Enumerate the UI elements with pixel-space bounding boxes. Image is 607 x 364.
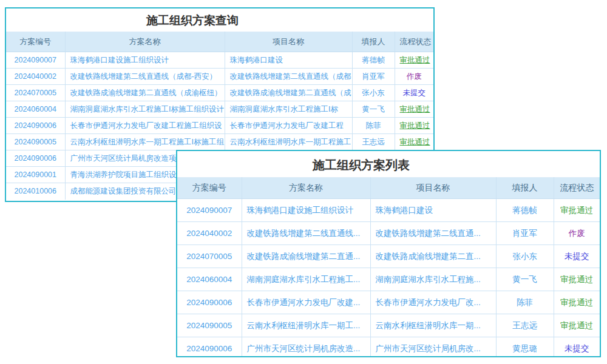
cell-plan-no[interactable]: 2024090006 <box>177 337 242 358</box>
cell-status[interactable]: 审批通过 <box>395 101 433 118</box>
cell-status[interactable]: 审批通过 <box>395 118 433 134</box>
cell-plan-no[interactable]: 2024060004 <box>177 268 242 291</box>
cell-project-name: 湖南洞庭湖水库引水工程施工I标 <box>225 101 352 118</box>
column-header-plan-name: 方案名称 <box>65 32 225 52</box>
cell-status[interactable]: 审批通过 <box>554 314 600 337</box>
cell-plan-name: 改建铁路成渝线增建第二直通... <box>242 245 370 268</box>
column-header-status: 流程状态 <box>554 178 600 199</box>
cell-reporter: 陈菲 <box>352 118 395 134</box>
cell-plan-name: 湖南洞庭湖水库引水工程施工I标施工组织设计 <box>65 101 225 118</box>
cell-reporter: 陈菲 <box>496 291 554 314</box>
cell-plan-name: 珠海鹤港口建设施工组织设计 <box>65 52 225 69</box>
cell-plan-name: 珠海鹤港口建设施工组织设计 <box>242 199 370 222</box>
table-row[interactable]: 2024060004湖南洞庭湖水库引水工程施工I标施工组织设计湖南洞庭湖水库引水… <box>6 101 433 118</box>
plan-list-table: 方案编号 方案名称 项目名称 填报人 流程状态 2024090007珠海鹤港口建… <box>177 177 600 357</box>
cell-reporter: 王志远 <box>352 134 395 150</box>
cell-plan-no[interactable]: 2024090006 <box>177 291 242 314</box>
cell-status[interactable]: 审批通过 <box>395 52 433 69</box>
plan-list-title: 施工组织方案列表 <box>177 151 600 177</box>
table-row[interactable]: 2024060004湖南洞庭湖水库引水工程施工...湖南洞庭湖水库引水工程施..… <box>177 268 600 291</box>
cell-project-name: 珠海鹤港口建设 <box>225 52 352 69</box>
table-row[interactable]: 2024070005改建铁路成渝线增建第二直通线（成渝枢纽）改建铁路成渝线增建第… <box>6 85 433 101</box>
cell-plan-no[interactable]: 2024040002 <box>177 222 242 245</box>
cell-plan-name: 改建铁路线增建第二线直通线（成都-西安） <box>65 69 225 85</box>
cell-reporter: 蒋德帧 <box>352 52 395 69</box>
cell-plan-no[interactable]: 2024090005 <box>6 134 65 150</box>
cell-plan-no[interactable]: 2024090006 <box>6 150 65 167</box>
cell-reporter: 张小东 <box>496 245 554 268</box>
column-header-project-name: 项目名称 <box>225 32 352 52</box>
cell-status: 未提交 <box>554 337 600 358</box>
cell-project-name: 广州市天河区统计局机房改... <box>370 337 496 358</box>
cell-reporter: 黄一飞 <box>496 268 554 291</box>
plan-list-table-body: 2024090007珠海鹤港口建设施工组织设计珠海鹤港口建设蒋德帧审批通过202… <box>177 199 600 358</box>
cell-plan-name: 长春市伊通河水力发电厂改建... <box>242 291 370 314</box>
cell-reporter: 肖亚军 <box>496 222 554 245</box>
cell-project-name: 改建铁路成渝线增建第二直通线（成 <box>225 85 352 101</box>
plan-query-title: 施工组织方案查询 <box>6 8 433 32</box>
cell-status[interactable]: 审批通过 <box>554 199 600 222</box>
cell-reporter: 黄一飞 <box>352 101 395 118</box>
cell-reporter: 张小东 <box>352 85 395 101</box>
table-header-row: 方案编号 方案名称 项目名称 填报人 流程状态 <box>177 178 600 199</box>
cell-plan-name: 云南水利枢纽潜明水库一期工... <box>242 314 370 337</box>
cell-project-name: 云南水利枢纽潜明水库一期... <box>370 314 496 337</box>
column-header-plan-name: 方案名称 <box>242 178 370 199</box>
cell-project-name: 湖南洞庭湖水库引水工程施... <box>370 268 496 291</box>
cell-plan-no[interactable]: 2024010006 <box>6 183 65 200</box>
cell-status[interactable]: 审批通过 <box>395 134 433 150</box>
cell-reporter: 王志远 <box>496 314 554 337</box>
table-row[interactable]: 2024090006长春市伊通河水力发电厂改建...长春市伊通河水力发电厂改..… <box>177 291 600 314</box>
cell-status: 作废 <box>554 222 600 245</box>
cell-plan-no[interactable]: 2024090007 <box>6 52 65 69</box>
cell-plan-no[interactable]: 2024090001 <box>6 167 65 183</box>
cell-plan-name: 改建铁路成渝线增建第二直通线（成渝枢纽） <box>65 85 225 101</box>
cell-project-name: 改建铁路线增建第二线直通线（成都 <box>225 69 352 85</box>
cell-status: 作废 <box>395 69 433 85</box>
column-header-reporter: 填报人 <box>352 32 395 52</box>
cell-plan-name: 湖南洞庭湖水库引水工程施工... <box>242 268 370 291</box>
table-row[interactable]: 2024040002改建铁路线增建第二线直通线（成都-西安）改建铁路线增建第二线… <box>6 69 433 85</box>
plan-list-panel: 施工组织方案列表 方案编号 方案名称 项目名称 填报人 流程状态 2024090… <box>176 150 601 357</box>
cell-plan-name: 长春市伊通河水力发电厂改建工程施工组织设 <box>65 118 225 134</box>
table-row[interactable]: 2024090005云南水利枢纽潜明水库一期工...云南水利枢纽潜明水库一期..… <box>177 314 600 337</box>
cell-project-name: 改建铁路线增建第二线直通... <box>370 222 496 245</box>
cell-plan-name: 改建铁路线增建第二线直通线... <box>242 222 370 245</box>
cell-reporter: 蒋德帧 <box>496 199 554 222</box>
cell-project-name: 云南水利枢纽潜明水库一期工程施工 <box>225 134 352 150</box>
cell-status[interactable]: 审批通过 <box>554 291 600 314</box>
table-row[interactable]: 2024090007珠海鹤港口建设施工组织设计珠海鹤港口建设蒋德帧审批通过 <box>177 199 600 222</box>
cell-plan-no[interactable]: 2024090007 <box>177 199 242 222</box>
cell-plan-no[interactable]: 2024040002 <box>6 69 65 85</box>
table-row[interactable]: 2024070005改建铁路成渝线增建第二直通...改建铁路成渝线增建第二直..… <box>177 245 600 268</box>
table-row[interactable]: 2024090006广州市天河区统计局机房改造...广州市天河区统计局机房改..… <box>177 337 600 358</box>
table-row[interactable]: 2024090007珠海鹤港口建设施工组织设计珠海鹤港口建设蒋德帧审批通过 <box>6 52 433 69</box>
column-header-project-name: 项目名称 <box>370 178 496 199</box>
cell-project-name: 改建铁路成渝线增建第二直... <box>370 245 496 268</box>
table-row[interactable]: 2024040002改建铁路线增建第二线直通线...改建铁路线增建第二线直通..… <box>177 222 600 245</box>
cell-plan-no[interactable]: 2024060004 <box>6 101 65 118</box>
cell-project-name: 珠海鹤港口建设 <box>370 199 496 222</box>
column-header-plan-no: 方案编号 <box>177 178 242 199</box>
cell-plan-no[interactable]: 2024070005 <box>177 245 242 268</box>
column-header-plan-no: 方案编号 <box>6 32 65 52</box>
cell-plan-no[interactable]: 2024090006 <box>6 118 65 134</box>
cell-reporter: 黄思璐 <box>496 337 554 358</box>
cell-status[interactable]: 审批通过 <box>554 268 600 291</box>
column-header-reporter: 填报人 <box>496 178 554 199</box>
cell-reporter: 肖亚军 <box>352 69 395 85</box>
cell-plan-no[interactable]: 2024090005 <box>177 314 242 337</box>
cell-status: 未提交 <box>395 85 433 101</box>
table-header-row: 方案编号 方案名称 项目名称 填报人 流程状态 <box>6 32 433 52</box>
cell-status: 未提交 <box>554 245 600 268</box>
table-row[interactable]: 2024090005云南水利枢纽潜明水库一期工程施工I标施工组云南水利枢纽潜明水… <box>6 134 433 150</box>
cell-project-name: 长春市伊通河水力发电厂改... <box>370 291 496 314</box>
table-row[interactable]: 2024090006长春市伊通河水力发电厂改建工程施工组织设长春市伊通河水力发电… <box>6 118 433 134</box>
column-header-status: 流程状态 <box>395 32 433 52</box>
cell-project-name: 长春市伊通河水力发电厂改建工程 <box>225 118 352 134</box>
cell-plan-name: 广州市天河区统计局机房改造... <box>242 337 370 358</box>
cell-plan-name: 云南水利枢纽潜明水库一期工程施工I标施工组 <box>65 134 225 150</box>
cell-plan-no[interactable]: 2024070005 <box>6 85 65 101</box>
